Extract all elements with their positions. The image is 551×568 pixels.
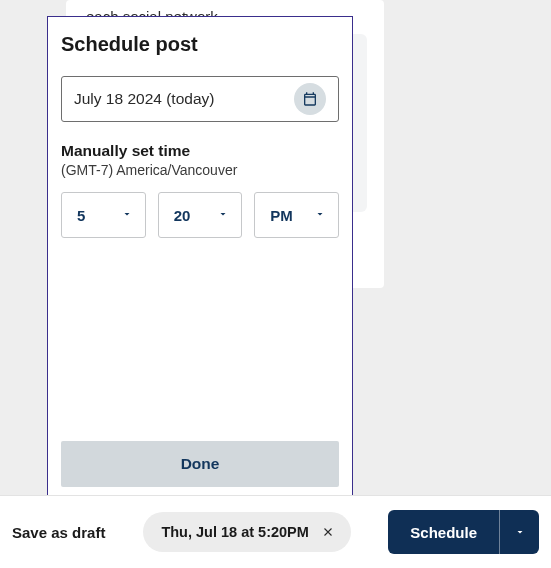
- date-input[interactable]: July 18 2024 (today): [61, 76, 339, 122]
- scheduled-time-chip[interactable]: Thu, Jul 18 at 5:20PM: [143, 512, 350, 552]
- minute-select[interactable]: 20: [158, 192, 243, 238]
- done-label: Done: [181, 455, 220, 473]
- schedule-button-group: Schedule: [388, 510, 539, 554]
- hour-select[interactable]: 5: [61, 192, 146, 238]
- schedule-post-modal: Schedule post July 18 2024 (today) Manua…: [47, 16, 353, 501]
- modal-spacer: [61, 238, 339, 441]
- ampm-select[interactable]: PM: [254, 192, 339, 238]
- scheduled-time-text: Thu, Jul 18 at 5:20PM: [161, 524, 308, 540]
- save-as-draft-button[interactable]: Save as draft: [12, 524, 105, 541]
- chevron-down-icon: [217, 206, 229, 224]
- chevron-down-icon: [514, 526, 526, 538]
- manually-set-time-label: Manually set time: [61, 142, 339, 160]
- timezone-label: (GMT-7) America/Vancouver: [61, 162, 339, 178]
- done-button[interactable]: Done: [61, 441, 339, 487]
- calendar-icon: [302, 91, 318, 107]
- ampm-value: PM: [270, 207, 293, 224]
- hour-value: 5: [77, 207, 85, 224]
- schedule-label: Schedule: [410, 524, 477, 541]
- minute-value: 20: [174, 207, 191, 224]
- calendar-icon-button[interactable]: [294, 83, 326, 115]
- date-value: July 18 2024 (today): [74, 90, 294, 108]
- chevron-down-icon: [121, 206, 133, 224]
- close-icon: [322, 526, 334, 538]
- schedule-dropdown-button[interactable]: [499, 510, 539, 554]
- modal-title: Schedule post: [61, 33, 339, 56]
- bottom-bar: Save as draft Thu, Jul 18 at 5:20PM Sche…: [0, 495, 551, 568]
- schedule-button[interactable]: Schedule: [388, 510, 499, 554]
- chip-close-button[interactable]: [319, 523, 337, 541]
- time-selector-row: 5 20 PM: [61, 192, 339, 238]
- chevron-down-icon: [314, 206, 326, 224]
